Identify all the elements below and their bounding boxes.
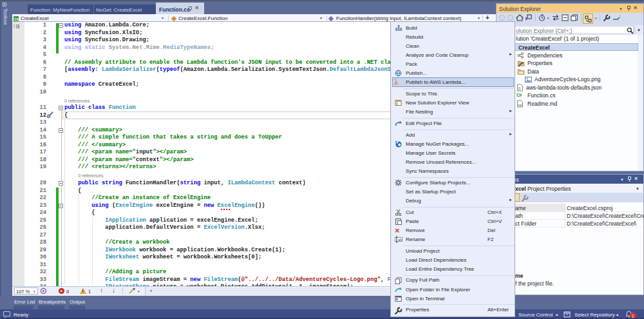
- svg-text:md: md: [518, 104, 522, 107]
- svg-text:ab: ab: [398, 238, 402, 242]
- svg-text:{}: {}: [518, 86, 520, 90]
